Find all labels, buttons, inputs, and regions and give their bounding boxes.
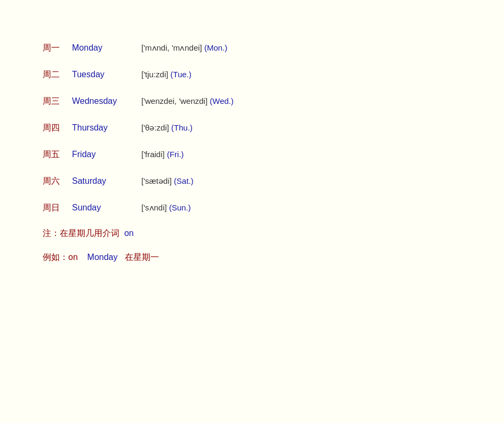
day-row-4: 周五Friday['fraidi] (Fri.) bbox=[43, 148, 461, 161]
day-abbr-3: (Thu.) bbox=[171, 122, 193, 134]
example-chinese: 在星期一 bbox=[125, 253, 159, 262]
day-chinese-3: 周四 bbox=[43, 121, 72, 134]
day-english-5: Saturday bbox=[72, 175, 141, 188]
day-english-6: Sunday bbox=[72, 201, 141, 214]
example-label: 例如：on bbox=[43, 253, 85, 262]
note-section: 注：在星期几用介词 on 例如：on Monday 在星期一 bbox=[43, 228, 461, 263]
day-chinese-0: 周一 bbox=[43, 42, 72, 54]
day-abbr-0: (Mon.) bbox=[204, 42, 227, 54]
day-phonetic-2: ['wenzdei, 'wenzdi] bbox=[141, 95, 210, 108]
day-english-0: Monday bbox=[72, 42, 141, 54]
day-chinese-5: 周六 bbox=[43, 175, 72, 188]
day-row-0: 周一Monday['mʌndi, 'mʌndei] (Mon.) bbox=[43, 42, 461, 54]
day-row-6: 周日Sunday['sʌndi] (Sun.) bbox=[43, 201, 461, 214]
day-row-2: 周三Wednesday['wenzdei, 'wenzdi] (Wed.) bbox=[43, 95, 461, 108]
day-row-1: 周二Tuesday['tju:zdi] (Tue.) bbox=[43, 68, 461, 81]
day-phonetic-1: ['tju:zdi] bbox=[141, 69, 171, 81]
main-container: 周一Monday['mʌndi, 'mʌndei] (Mon.)周二Tuesda… bbox=[0, 0, 504, 303]
day-english-2: Wednesday bbox=[72, 95, 141, 108]
days-list: 周一Monday['mʌndi, 'mʌndei] (Mon.)周二Tuesda… bbox=[43, 42, 461, 214]
day-english-3: Thursday bbox=[72, 121, 141, 134]
day-english-4: Friday bbox=[72, 148, 141, 161]
day-chinese-4: 周五 bbox=[43, 148, 72, 161]
note-keyword: on bbox=[124, 229, 134, 238]
note-row: 注：在星期几用介词 on bbox=[43, 228, 461, 239]
day-row-5: 周六Saturday['sætədi] (Sat.) bbox=[43, 175, 461, 188]
day-phonetic-5: ['sætədi] bbox=[141, 175, 174, 188]
example-row: 例如：on Monday 在星期一 bbox=[43, 252, 461, 263]
day-abbr-6: (Sun.) bbox=[169, 202, 191, 214]
day-abbr-5: (Sat.) bbox=[174, 175, 194, 188]
day-phonetic-3: ['θə:zdi] bbox=[141, 122, 171, 134]
day-english-1: Tuesday bbox=[72, 68, 141, 81]
day-phonetic-0: ['mʌndi, 'mʌndei] bbox=[141, 42, 204, 54]
day-chinese-2: 周三 bbox=[43, 95, 72, 108]
note-label: 注：在星期几用介词 bbox=[43, 229, 122, 238]
day-row-3: 周四Thursday['θə:zdi] (Thu.) bbox=[43, 121, 461, 134]
day-abbr-1: (Tue.) bbox=[171, 69, 191, 81]
example-english: Monday bbox=[87, 253, 123, 262]
day-phonetic-4: ['fraidi] bbox=[141, 149, 167, 161]
day-chinese-6: 周日 bbox=[43, 201, 72, 214]
day-phonetic-6: ['sʌndi] bbox=[141, 202, 169, 214]
day-chinese-1: 周二 bbox=[43, 68, 72, 81]
day-abbr-4: (Fri.) bbox=[167, 149, 184, 161]
day-abbr-2: (Wed.) bbox=[210, 95, 234, 108]
